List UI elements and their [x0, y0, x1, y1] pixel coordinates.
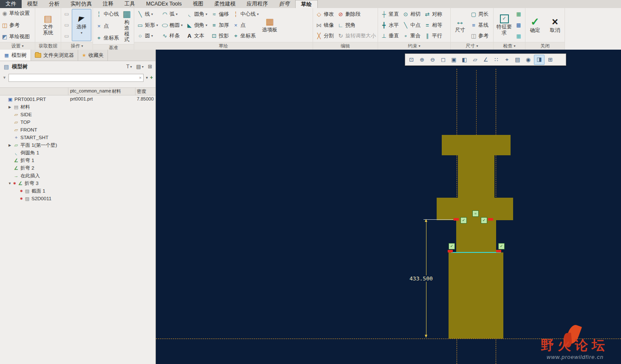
expand-arrow[interactable]: ▶	[8, 105, 12, 109]
refit-button[interactable]: ◻	[438, 55, 448, 64]
highlighted-vertex[interactable]	[496, 250, 501, 252]
display-style-button[interactable]: ◧	[460, 55, 469, 64]
thicken-button[interactable]: ≡加厚	[209, 20, 230, 30]
add-filter-button[interactable]: +	[150, 75, 153, 81]
divide-button[interactable]: ╳分割	[314, 31, 335, 41]
tree-filters-button[interactable]: T▾	[126, 64, 132, 70]
datum-centerline-button[interactable]: ╎ 中心线	[94, 9, 120, 19]
paste-button[interactable]: ▭	[62, 9, 71, 19]
highlighted-vertex[interactable]	[488, 218, 493, 221]
tree-item-front-plane[interactable]: ▱ FRONT	[0, 126, 155, 134]
tree-item-insert-here[interactable]: → 在此插入	[0, 172, 155, 179]
tab-tools[interactable]: 工具	[119, 0, 141, 8]
zoom-out-button[interactable]: ⊖	[428, 55, 438, 64]
arc-button[interactable]: ◠弧▾	[160, 9, 184, 19]
column-header-common-name[interactable]: ptc_common_name	[70, 88, 111, 93]
column-divider[interactable]	[68, 88, 68, 95]
datum-axis-toggle[interactable]: ∠	[481, 55, 491, 64]
chamfer-button[interactable]: ◣倒角▾	[185, 20, 209, 30]
fillet-button[interactable]: ◟圆角▾	[185, 9, 209, 19]
tree-settings-button[interactable]: ⊞	[148, 64, 152, 70]
cut-button[interactable]: ▭	[62, 31, 71, 41]
datum-csys-button[interactable]: ⌖ 坐标系	[94, 33, 120, 43]
group-label-constrain[interactable]: 约束 ▾	[378, 42, 450, 50]
clear-icon[interactable]: ×	[139, 75, 141, 80]
tab-model[interactable]: 模型	[22, 0, 43, 8]
tree-item-bend-3[interactable]: ▼ ✱ ∠ 折弯 3	[0, 179, 155, 187]
point-button[interactable]: ×点	[231, 20, 260, 30]
tree-item-materials[interactable]: ▶ ▤ 材料	[0, 103, 155, 111]
dimension-value[interactable]: 433.500	[408, 275, 434, 282]
vertical-constraint-button[interactable]: ┼竖直	[379, 9, 400, 19]
tab-sketch[interactable]: 草绘	[295, 0, 318, 8]
file-system-button[interactable]: ▤ 文件系统	[37, 9, 59, 41]
annotation-toggle[interactable]: ▤	[513, 55, 522, 64]
tree-item-root-part[interactable]: ▣ PRT0001.PRT prt0001.prt 7.85000	[0, 95, 155, 103]
constraint-marker-check[interactable]: ✓	[449, 243, 455, 249]
part-neck[interactable]	[456, 220, 496, 252]
tab-favorites[interactable]: ★ 收藏夹	[78, 50, 108, 61]
repaint-button[interactable]: ▣	[449, 55, 459, 64]
modify-button[interactable]: ◇修改	[314, 9, 335, 19]
expand-arrow[interactable]: ▶	[8, 143, 12, 147]
construction-mode-button[interactable]: ▦ 构造模式	[121, 9, 133, 43]
circle-button[interactable]: ○圆▾	[135, 31, 159, 41]
tab-applications[interactable]: 应用程序	[241, 0, 274, 8]
datum-plane-toggle[interactable]: ▱	[470, 55, 480, 64]
equal-constraint-button[interactable]: =相等	[423, 20, 443, 30]
part-web[interactable]	[458, 155, 494, 198]
part-top-flange[interactable]	[442, 135, 511, 155]
tab-mcadex-tools[interactable]: MCADEx Tools	[141, 0, 187, 8]
centerline-button[interactable]: ╎中心线▾	[231, 9, 260, 19]
model-tree-filter-input[interactable]	[11, 75, 139, 81]
reference-dimension-button[interactable]: ◫参考	[469, 31, 490, 41]
corner-button[interactable]: ∟拐角	[336, 20, 377, 30]
ok-button[interactable]: ✓ 确定	[527, 9, 543, 41]
part-shaft[interactable]	[449, 252, 503, 339]
column-header-material[interactable]: 材料	[112, 88, 121, 95]
delete-segment-button[interactable]: ⊘删除段	[336, 9, 377, 19]
perspective-toggle[interactable]: ◨	[534, 55, 545, 65]
tab-file[interactable]: 文件	[0, 0, 22, 8]
tree-item-bend-2[interactable]: ∠ 折弯 2	[0, 164, 155, 172]
tree-item-round-1[interactable]: ◟ 倒圆角 1	[0, 149, 155, 157]
constraint-marker-check[interactable]: ✓	[481, 217, 487, 224]
parallel-constraint-button[interactable]: ∥平行	[423, 31, 443, 41]
perpendicular-constraint-button[interactable]: ⊥垂直	[379, 31, 400, 41]
expand-arrow[interactable]: ▼	[8, 182, 12, 185]
coincident-constraint-button[interactable]: ∘重合	[401, 31, 422, 41]
constraint-marker-check[interactable]: ✓	[498, 243, 505, 249]
tree-columns-button[interactable]: ▤▾	[136, 64, 144, 70]
text-button[interactable]: A文本	[185, 31, 209, 41]
tab-live-simulation[interactable]: 实时仿真	[65, 0, 97, 8]
line-button[interactable]: ╲线▾	[135, 9, 159, 19]
tab-view[interactable]: 视图	[187, 0, 209, 8]
zoom-in-button[interactable]: ⊕	[417, 55, 427, 64]
feature-requirements-button[interactable]: ✓ 特征要求	[495, 9, 514, 41]
column-header-density[interactable]: 密度	[137, 88, 146, 95]
ellipse-button[interactable]: ◯椭圆▾	[160, 20, 184, 30]
cancel-button[interactable]: × 取消	[547, 9, 563, 41]
view-manager-button[interactable]: ⊞	[545, 55, 555, 64]
copy-button[interactable]: ▭	[62, 20, 71, 30]
sketch-view-button[interactable]: ◩ 草绘视图	[0, 32, 35, 42]
rotate-resize-button[interactable]: ↻旋转调整大小	[336, 31, 377, 41]
tree-item-side-plane[interactable]: ▱ SIDE	[0, 111, 155, 118]
overlapping-geometry-button[interactable]: ▦	[514, 9, 523, 19]
tree-item-section-1[interactable]: ✱ ▨ 截面 1	[0, 187, 155, 195]
tab-flexible-modeling[interactable]: 柔性建模	[209, 0, 241, 8]
part-mid-flange[interactable]	[437, 198, 513, 220]
tree-item-bend-1[interactable]: ∠ 折弯 1	[0, 157, 155, 164]
project-button[interactable]: ⊡投影	[209, 31, 230, 41]
constraint-marker-equal[interactable]: =	[472, 210, 479, 217]
group-label-operations[interactable]: 操作 ▾	[61, 42, 93, 50]
highlighted-vertex[interactable]	[448, 250, 453, 252]
tree-item-first-wall[interactable]: ▶ ▱ 平面 1(第一个壁)	[0, 141, 155, 149]
references-button[interactable]: ◫ 参考	[0, 20, 35, 30]
horizontal-constraint-button[interactable]: ╋水平	[379, 20, 400, 30]
constraint-marker-check[interactable]: ✓	[460, 217, 467, 224]
rectangle-button[interactable]: ▭矩形▾	[135, 20, 159, 30]
sketch-setup-button[interactable]: ◉ 草绘设置	[0, 8, 35, 18]
tab-folder-browser[interactable]: 文件夹浏览器	[31, 50, 78, 61]
offset-button[interactable]: ≈偏移	[209, 9, 230, 19]
